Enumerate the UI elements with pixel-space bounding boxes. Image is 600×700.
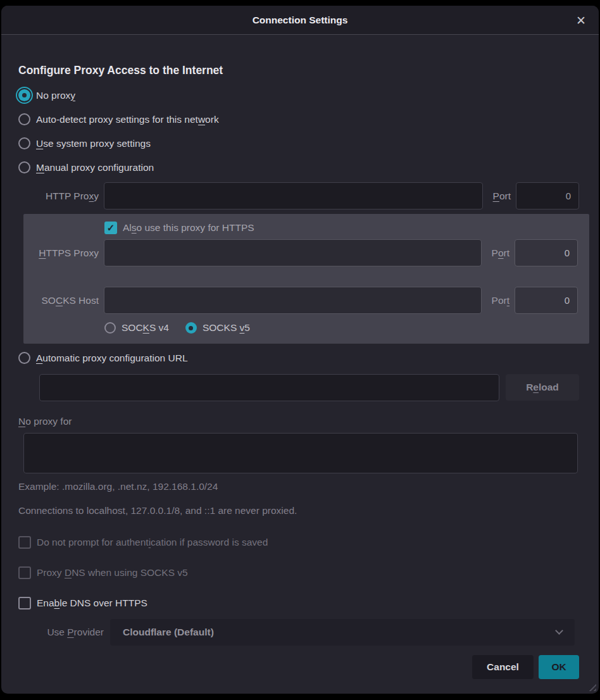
https-port-label: Port <box>487 247 509 259</box>
close-icon[interactable]: ✕ <box>576 14 586 26</box>
radio-socks-v5-label[interactable]: SOCKS v5 <box>203 322 250 334</box>
enable-doh-row: Enable DNS over HTTPS <box>18 594 579 611</box>
auto-url-row: Reload <box>18 374 579 401</box>
dialog-footer: Cancel OK <box>18 655 579 679</box>
reload-button[interactable]: Reload <box>506 374 579 401</box>
https-proxy-row: HTTPS Proxy Port <box>23 239 578 266</box>
doh-provider-row: Use Provider Cloudflare (Default) <box>18 619 579 646</box>
share-proxy-checkbox[interactable] <box>104 222 117 234</box>
proxy-dns-socks5-row: Proxy DNS when using SOCKS v5 <box>18 564 579 581</box>
socks-port-label: Port <box>487 295 509 306</box>
radio-row-auto-url: Automatic proxy configuration URL <box>18 349 579 366</box>
no-prompt-auth-checkbox <box>18 536 31 549</box>
proxy-dns-socks5-checkbox <box>18 566 31 579</box>
dialog-titlebar: Connection Settings ✕ <box>1 6 599 35</box>
https-proxy-input[interactable] <box>104 239 482 266</box>
radio-row-no-proxy: No proxy <box>18 87 579 104</box>
radio-no-proxy-label[interactable]: No proxy <box>36 90 75 101</box>
doh-provider-value: Cloudflare (Default) <box>123 627 214 638</box>
share-proxy-checkbox-label[interactable]: Also use this proxy for HTTPS <box>123 222 254 234</box>
http-proxy-label: HTTP Proxy <box>18 191 99 202</box>
socks-host-row: SOCKS Host Port <box>23 287 578 314</box>
radio-row-system-proxy: Use system proxy settings <box>18 135 579 152</box>
page-title: Configure Proxy Access to the Internet <box>18 64 579 77</box>
enable-doh-checkbox[interactable] <box>18 597 31 609</box>
proxy-dns-socks5-label: Proxy DNS when using SOCKS v5 <box>37 567 188 578</box>
connection-settings-dialog: Connection Settings ✕ Configure Proxy Ac… <box>1 6 599 694</box>
radio-no-proxy[interactable] <box>18 89 30 101</box>
dialog-title: Connection Settings <box>253 15 348 26</box>
radio-auto-detect[interactable] <box>18 113 30 125</box>
http-port-label: Port <box>488 191 511 202</box>
ok-button[interactable]: OK <box>539 655 579 679</box>
socks-v4-option: SOCKS v4 <box>104 322 169 334</box>
https-socks-highlight-panel: Also use this proxy for HTTPS HTTPS Prox… <box>23 214 589 344</box>
http-port-input[interactable] <box>516 182 579 209</box>
no-proxy-for-textarea[interactable] <box>23 433 578 473</box>
radio-auto-url-label[interactable]: Automatic proxy configuration URL <box>36 353 188 364</box>
resize-gripper-icon[interactable] <box>587 682 596 691</box>
http-proxy-row: HTTP Proxy Port <box>18 182 579 209</box>
https-proxy-label: HTTPS Proxy <box>23 247 99 259</box>
radio-manual-proxy[interactable] <box>18 161 30 173</box>
socks-v5-option: SOCKS v5 <box>185 322 250 334</box>
no-prompt-auth-row: Do not prompt for authentication if pass… <box>18 534 579 551</box>
radio-socks-v4[interactable] <box>104 322 116 334</box>
share-proxy-checkbox-row: Also use this proxy for HTTPS <box>104 220 578 235</box>
radio-socks-v5[interactable] <box>185 322 197 334</box>
dialog-content: Configure Proxy Access to the Internet N… <box>1 64 599 679</box>
cancel-button[interactable]: Cancel <box>472 655 534 679</box>
doh-provider-select[interactable]: Cloudflare (Default) <box>110 619 575 646</box>
radio-auto-detect-label[interactable]: Auto-detect proxy settings for this netw… <box>36 114 219 125</box>
radio-row-manual-proxy: Manual proxy configuration <box>18 159 579 176</box>
doh-provider-label: Use Provider <box>18 627 104 638</box>
radio-manual-proxy-label[interactable]: Manual proxy configuration <box>36 162 154 173</box>
socks-host-input[interactable] <box>104 287 482 314</box>
radio-system-proxy-label[interactable]: Use system proxy settings <box>36 138 151 149</box>
radio-row-auto-detect: Auto-detect proxy settings for this netw… <box>18 111 579 128</box>
socks-version-row: SOCKS v4 SOCKS v5 <box>104 322 578 334</box>
localhost-note-text: Connections to localhost, 127.0.0.1/8, a… <box>18 505 579 516</box>
radio-auto-url[interactable] <box>18 352 30 364</box>
https-port-input[interactable] <box>515 239 578 266</box>
auto-url-input[interactable] <box>39 374 499 401</box>
radio-socks-v4-label[interactable]: SOCKS v4 <box>122 322 169 334</box>
no-prompt-auth-label: Do not prompt for authentication if pass… <box>37 537 268 548</box>
socks-port-input[interactable] <box>515 287 578 314</box>
radio-system-proxy[interactable] <box>18 137 30 149</box>
no-proxy-for-label: No proxy for <box>18 416 579 427</box>
socks-host-label: SOCKS Host <box>23 295 99 306</box>
http-proxy-input[interactable] <box>104 182 483 209</box>
no-proxy-example-text: Example: .mozilla.org, .net.nz, 192.168.… <box>18 481 579 492</box>
enable-doh-label[interactable]: Enable DNS over HTTPS <box>37 597 147 609</box>
chevron-down-icon <box>555 627 563 635</box>
